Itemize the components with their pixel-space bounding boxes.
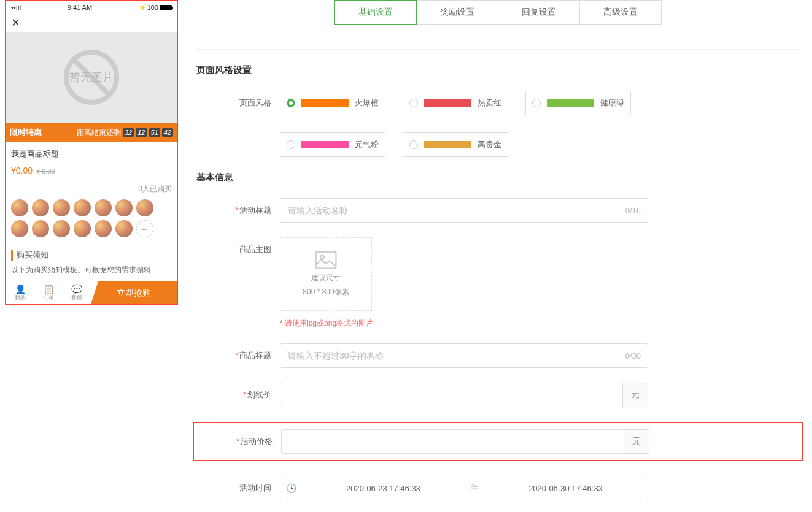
date-separator: 至: [465, 483, 484, 494]
avatar: [11, 220, 28, 237]
section-basic-info-title: 基本信息: [196, 172, 800, 183]
phone-preview: ••ııl 9:41 AM ⚡ 100 ✕ 暂无图片 限时特惠 距离结束还剩 3…: [5, 0, 178, 305]
date-range-picker[interactable]: 🕒 至: [280, 476, 648, 500]
tab-advanced-settings[interactable]: 高级设置: [579, 0, 662, 25]
countdown-label: 距离结束还剩: [77, 128, 121, 138]
product-title-input[interactable]: [280, 343, 648, 368]
clipboard-icon: 📋: [43, 285, 55, 294]
nav-service-label: 客服: [71, 294, 82, 302]
style-name: 健康绿: [600, 97, 624, 109]
settings-tabs: 基础设置 奖励设置 回复设置 高级设置: [196, 0, 800, 25]
style-option-red[interactable]: 热卖红: [403, 91, 508, 115]
signal-icon: ••ııl: [11, 4, 21, 11]
bluetooth-icon: ⚡: [139, 4, 146, 11]
form-area: 基础设置 奖励设置 回复设置 高级设置 页面风格设置 页面风格 火爆橙 热卖红: [184, 0, 812, 512]
notice-body: 以下为购买须知模板。可根据您的需求编辑: [11, 264, 172, 275]
nav-service[interactable]: 💬 客服: [63, 281, 91, 304]
product-title-counter: 0/30: [625, 351, 641, 361]
line-price-unit: 元: [623, 383, 648, 407]
upload-format-hint: 请使用jpg或png格式的图片: [280, 318, 648, 329]
avatar: [95, 220, 112, 237]
buyer-avatars: •••: [6, 197, 177, 242]
countdown-minutes: 51: [149, 128, 160, 137]
activity-price-input[interactable]: [281, 429, 624, 454]
radio-icon: [287, 140, 295, 149]
color-swatch: [301, 99, 349, 107]
style-name: 热卖红: [478, 97, 501, 109]
radio-icon: [409, 140, 418, 149]
buy-count-text: 人已购买: [142, 185, 172, 193]
upload-suggest-line1: 建议尺寸: [311, 273, 341, 283]
close-icon[interactable]: ✕: [6, 13, 177, 32]
image-upload-box[interactable]: 建议尺寸 800 * 800像素: [280, 237, 372, 311]
style-name: 元气粉: [355, 139, 379, 150]
promo-tag: 限时特惠: [10, 127, 42, 138]
date-end-input[interactable]: [484, 484, 648, 493]
avatar: [95, 199, 112, 216]
avatar: [53, 199, 70, 216]
date-start-input[interactable]: [301, 484, 465, 493]
nav-mine-label: 我的: [15, 294, 26, 302]
radio-icon: [409, 99, 418, 107]
upload-suggest-line2: 800 * 800像素: [303, 287, 349, 297]
countdown-seconds: 42: [162, 128, 173, 137]
clock-icon: 🕒: [280, 483, 301, 493]
status-time: 9:41 AM: [68, 4, 92, 11]
purchase-notice: 购买须知 以下为购买须知模板。可根据您的需求编辑: [6, 245, 177, 280]
avatar: [74, 199, 91, 216]
color-swatch: [424, 99, 471, 107]
label-page-style: 页面风格: [196, 91, 280, 115]
label-activity-time: 活动时间: [196, 476, 280, 500]
activity-price-unit: 元: [624, 429, 649, 454]
battery-icon: [160, 5, 172, 10]
style-option-orange[interactable]: 火爆橙: [280, 91, 385, 115]
color-swatch: [547, 99, 594, 107]
tab-basic-settings[interactable]: 基础设置: [334, 0, 417, 25]
no-image-text: 暂无图片: [69, 70, 114, 85]
radio-icon: [287, 99, 295, 107]
image-icon: [315, 251, 337, 269]
avatar: [136, 199, 153, 216]
chat-icon: 💬: [71, 285, 83, 294]
countdown-days: 32: [123, 128, 134, 137]
avatar: [32, 220, 49, 237]
battery-level: 100: [147, 4, 158, 11]
preview-price-now: ¥0.00: [11, 166, 33, 175]
section-page-style-title: 页面风格设置: [196, 64, 800, 76]
preview-price-old: ¥ 0.00: [36, 167, 55, 175]
bottom-nav: 👤 我的 📋 订单 💬 客服 立即抢购: [6, 281, 177, 304]
nav-order[interactable]: 📋 订单: [34, 281, 63, 304]
tab-reply-settings[interactable]: 回复设置: [498, 0, 580, 25]
avatar: [53, 220, 70, 237]
buy-now-button[interactable]: 立即抢购: [91, 281, 177, 304]
countdown-hours: 12: [136, 128, 147, 137]
avatar: [32, 199, 49, 216]
avatar-more[interactable]: •••: [136, 220, 153, 237]
activity-price-highlight: *活动价格 元: [193, 422, 803, 461]
avatar: [11, 199, 28, 216]
status-bar: ••ııl 9:41 AM ⚡ 100: [6, 1, 177, 13]
avatar: [115, 199, 133, 216]
style-option-pink[interactable]: 元气粉: [280, 132, 385, 157]
svg-point-1: [320, 256, 324, 259]
nav-order-label: 订单: [43, 294, 54, 302]
buy-count: 0人已购买: [6, 181, 177, 197]
color-swatch: [301, 141, 349, 148]
radio-icon: [532, 99, 541, 107]
svg-rect-0: [316, 252, 336, 269]
label-main-image: 商品主图: [196, 237, 280, 262]
label-line-price: *划线价: [196, 383, 280, 407]
color-swatch: [424, 141, 471, 148]
label-activity-price: *活动价格: [198, 429, 281, 454]
product-image-placeholder: 暂无图片: [6, 32, 177, 123]
line-price-input[interactable]: [280, 383, 623, 407]
activity-title-counter: 0/16: [625, 206, 641, 215]
tab-reward-settings[interactable]: 奖励设置: [416, 0, 498, 25]
nav-mine[interactable]: 👤 我的: [6, 281, 34, 304]
avatar: [74, 220, 91, 237]
activity-title-input[interactable]: [280, 198, 648, 223]
style-option-gold[interactable]: 高贵金: [403, 132, 508, 157]
style-option-green[interactable]: 健康绿: [525, 91, 631, 115]
label-product-title: *商品标题: [196, 343, 280, 368]
preview-product-title: 我是商品标题: [11, 148, 172, 159]
